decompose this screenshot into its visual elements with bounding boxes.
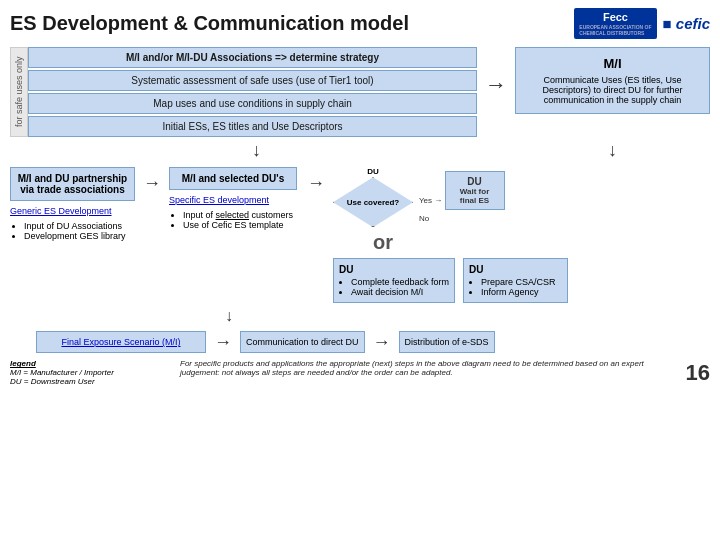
comm-direct-box: Communication to direct DU [240, 331, 365, 353]
partnership-box: M/I and DU partnership via trade associa… [10, 167, 135, 201]
generic-bullet-2: Development GES library [24, 231, 135, 241]
partnership-col: M/I and DU partnership via trade associa… [10, 167, 135, 241]
arrow-down-right: ↓ [515, 140, 710, 161]
page-number: 16 [680, 360, 710, 386]
content-area: for safe uses only M/I and/or M/I-DU Ass… [10, 47, 710, 536]
bottom-row: Final Exposure Scenario (M/I) → Communic… [10, 331, 710, 353]
arrow-down-left: ↓ [36, 140, 477, 161]
yes-label: Yes → DU Wait for final ES [419, 171, 505, 210]
last-row: legend M/I = Manufacturer / Importer DU … [10, 359, 710, 386]
legend-title: legend [10, 359, 170, 368]
du-inform-bullets: Prepare CSA/CSR Inform Agency [481, 277, 562, 297]
feedback-inform-row: DU Complete feedback form Await decision… [333, 258, 710, 303]
or-text: or [373, 231, 393, 254]
stacked-boxes: M/I and/or M/I-DU Associations => determ… [28, 47, 477, 137]
inform-bullet-1: Prepare CSA/CSR [481, 277, 562, 287]
strategy-box: M/I and/or M/I-DU Associations => determ… [28, 47, 477, 68]
feedback-bullet-2: Await decision M/I [351, 287, 449, 297]
specific-es-link[interactable]: Specific ES development [169, 195, 299, 205]
arrow-mid-1: → [143, 167, 161, 194]
specific-bullet-1: Input of selected customers [183, 210, 299, 220]
mid-row: M/I and DU partnership via trade associa… [10, 167, 710, 303]
fecc-sub-text: EUROPEAN ASSOCIATION OFCHEMICAL DISTRIBU… [579, 24, 651, 36]
legend-col: legend M/I = Manufacturer / Importer DU … [10, 359, 170, 386]
flow-right: DU Use covered? Yes → DU Wait for final … [333, 167, 710, 303]
selected-col: M/I and selected DU's Specific ES develo… [169, 167, 299, 230]
fecc-logo: Fecc EUROPEAN ASSOCIATION OFCHEMICAL DIS… [574, 8, 656, 39]
du-feedback-title: DU [339, 264, 449, 275]
arrow-right-top: → [485, 72, 507, 98]
cefic-logo: ■ cefic [663, 15, 710, 32]
map-box: Map uses and use conditions in supply ch… [28, 93, 477, 114]
page: ES Development & Communication model Fec… [0, 0, 720, 540]
yes-no-branches: Yes → DU Wait for final ES No [419, 171, 505, 223]
top-left: for safe uses only M/I and/or M/I-DU Ass… [10, 47, 477, 137]
du-feedback-bullets: Complete feedback form Await decision M/… [351, 277, 449, 297]
du-label-diamond: DU [367, 167, 379, 176]
legend-mi: M/I = Manufacturer / Importer [10, 368, 170, 377]
initial-box: Initial ESs, ES titles and Use Descripto… [28, 116, 477, 137]
final-exposure-box: Final Exposure Scenario (M/I) [36, 331, 206, 353]
diamond-row: DU Use covered? Yes → DU Wait for final … [333, 167, 710, 227]
final-exposure-link[interactable]: Final Exposure Scenario (M/I) [61, 337, 180, 347]
mi-text: Communicate Uses (ES titles, Use Descrip… [524, 75, 701, 105]
dist-esds-box: Distribution of e-SDS [399, 331, 495, 353]
du-inform-box: DU Prepare CSA/CSR Inform Agency [463, 258, 568, 303]
specific-bullets: Input of selected customers Use of Cefic… [183, 210, 299, 230]
fecc-logo-text: Fecc [603, 11, 628, 24]
legend-du: DU = Downstream User [10, 377, 170, 386]
arrow-to-dist: → [373, 332, 391, 353]
generic-bullets: Input of DU Associations Development GES… [24, 221, 135, 241]
arrows-row: ↓ ↓ [10, 140, 710, 161]
logos-area: Fecc EUROPEAN ASSOCIATION OFCHEMICAL DIS… [574, 8, 710, 39]
page-title: ES Development & Communication model [10, 12, 409, 35]
arrow-to-comm: → [214, 332, 232, 353]
side-label: for safe uses only [10, 47, 28, 137]
du-feedback-box: DU Complete feedback form Await decision… [333, 258, 455, 303]
generic-es-link[interactable]: Generic ES Development [10, 206, 135, 216]
du-inform-title: DU [469, 264, 562, 275]
top-right-box: M/I Communicate Uses (ES titles, Use Des… [515, 47, 710, 114]
diamond-container: DU Use covered? [333, 167, 413, 227]
no-label: No [419, 214, 505, 223]
header: ES Development & Communication model Fec… [10, 8, 710, 39]
top-row: for safe uses only M/I and/or M/I-DU Ass… [10, 47, 710, 137]
feedback-bullet-1: Complete feedback form [351, 277, 449, 287]
or-row: or [373, 231, 710, 254]
mi-title: M/I [524, 56, 701, 71]
use-covered-diamond: Use covered? [333, 177, 413, 227]
du-wait-box: DU Wait for final ES [445, 171, 505, 210]
systematic-box: Systematic assessment of safe uses (use … [28, 70, 477, 91]
specific-bullet-2: Use of Cefic ES template [183, 220, 299, 230]
footer-note: For specific products and applications t… [180, 359, 670, 377]
inform-bullet-2: Inform Agency [481, 287, 562, 297]
arrow-down-final: ↓ [225, 307, 710, 325]
arrow-mid-2: → [307, 167, 325, 194]
selected-du-box: M/I and selected DU's [169, 167, 297, 190]
generic-bullet-1: Input of DU Associations [24, 221, 135, 231]
